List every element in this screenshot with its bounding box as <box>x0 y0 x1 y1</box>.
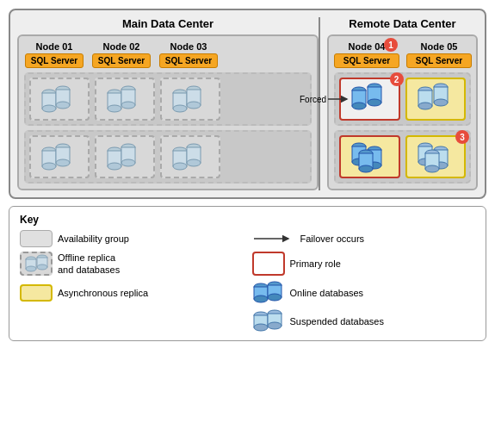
svg-point-76 <box>254 296 268 302</box>
legend-avail-label: Availability group <box>58 233 129 244</box>
offline-replica-4 <box>29 135 90 178</box>
svg-point-45 <box>418 103 432 109</box>
offline-replica-5 <box>95 135 155 178</box>
svg-point-82 <box>254 324 268 331</box>
svg-point-39 <box>352 103 366 109</box>
legend-primary: Primary role <box>252 252 476 277</box>
legend-failover-label: Failover occurs <box>300 233 365 244</box>
forced-arrow: Forced <box>300 94 352 104</box>
main-nodes-row: Node 01 SQL Server Node 02 SQL Server No… <box>24 41 312 68</box>
node-02: Node 02 SQL Server <box>91 41 152 68</box>
remote-bottom-replica-row: 3 <box>334 130 471 184</box>
svg-point-11 <box>121 102 135 109</box>
node-04: 1 Node 04 SQL Server <box>334 41 399 68</box>
main-data-center: Main Data Center Node 01 SQL Server Node… <box>17 17 319 190</box>
legend-suspended-db-icon <box>252 309 285 333</box>
node-04-sql: SQL Server <box>334 53 399 68</box>
node-02-sql: SQL Server <box>92 53 151 68</box>
node-01-sql: SQL Server <box>25 53 84 68</box>
legend: Key Availability group Failover occurs <box>9 206 486 341</box>
remote-data-center: Remote Data Center 1 Node 04 SQL Server … <box>319 17 478 190</box>
node-01: Node 01 SQL Server <box>24 41 84 68</box>
node-02-label: Node 02 <box>103 41 140 52</box>
offline-replica-3 <box>160 78 220 121</box>
svg-point-14 <box>173 105 187 112</box>
legend-empty <box>20 309 244 333</box>
node-03: Node 03 SQL Server <box>158 41 219 68</box>
offline-replica-6 <box>160 135 220 178</box>
main-container: Main Data Center Node 01 SQL Server Node… <box>0 0 495 350</box>
badge-3: 3 <box>455 130 469 144</box>
svg-point-85 <box>268 322 282 329</box>
legend-suspended-db: Suspended databases <box>252 309 476 333</box>
svg-point-48 <box>434 99 448 106</box>
legend-arrow-icon <box>252 232 295 246</box>
remote-primary-bottom <box>339 135 400 178</box>
node-05-sql: SQL Server <box>406 53 472 68</box>
svg-point-8 <box>108 105 121 112</box>
node-04-label: Node 04 <box>349 41 386 52</box>
svg-point-79 <box>268 294 282 301</box>
remote-top-replica-row: Forced 2 <box>334 72 471 126</box>
legend-async-label: Asynchronous replica <box>58 288 148 298</box>
legend-online-db: Online databases <box>252 281 476 305</box>
legend-avail-group: Availability group <box>20 230 244 247</box>
node-03-label: Node 03 <box>170 41 207 52</box>
svg-point-66 <box>425 165 439 172</box>
top-replica-row <box>24 72 312 126</box>
svg-point-17 <box>187 102 201 109</box>
svg-point-35 <box>187 159 201 166</box>
svg-point-20 <box>42 163 56 170</box>
legend-suspended-db-label: Suspended databases <box>290 316 384 327</box>
badge-1: 1 <box>384 38 398 52</box>
svg-point-23 <box>56 159 70 166</box>
svg-point-57 <box>359 165 373 172</box>
svg-point-42 <box>368 99 381 106</box>
svg-point-32 <box>173 163 187 170</box>
legend-offline: Offline replicaand databases <box>20 252 244 277</box>
svg-point-2 <box>42 105 56 112</box>
legend-primary-box <box>252 252 285 276</box>
svg-point-70 <box>26 266 36 271</box>
legend-title: Key <box>20 214 475 226</box>
remote-nodes-row: 1 Node 04 SQL Server Node 05 SQL Server <box>334 41 471 68</box>
remote-primary-top: Forced 2 <box>339 78 400 121</box>
offline-replica-1 <box>29 78 90 121</box>
legend-online-db-icon <box>252 281 285 305</box>
remote-async-top <box>405 78 467 121</box>
badge-2: 2 <box>390 72 404 86</box>
node-01-label: Node 01 <box>36 41 73 52</box>
forced-label: Forced <box>300 95 326 104</box>
main-dc-label: Main Data Center <box>17 17 319 30</box>
svg-point-26 <box>108 163 121 170</box>
bottom-replica-row <box>24 130 312 184</box>
legend-offline-box <box>20 252 53 276</box>
legend-avail-box <box>20 230 53 247</box>
legend-async: Asynchronous replica <box>20 281 244 305</box>
svg-point-73 <box>37 264 47 270</box>
legend-offline-label: Offline replicaand databases <box>58 252 120 277</box>
node-05: Node 05 SQL Server <box>406 41 472 68</box>
node-05-label: Node 05 <box>421 41 458 52</box>
remote-async-bottom: 3 <box>405 135 467 178</box>
remote-dc-label: Remote Data Center <box>327 17 478 30</box>
offline-replica-2 <box>95 78 155 121</box>
legend-online-db-label: Online databases <box>290 288 364 298</box>
svg-point-29 <box>121 159 135 166</box>
legend-async-box <box>20 284 53 302</box>
node-03-sql: SQL Server <box>159 53 218 68</box>
legend-primary-label: Primary role <box>290 258 341 269</box>
legend-failover: Failover occurs <box>252 230 476 247</box>
svg-point-5 <box>56 102 70 109</box>
